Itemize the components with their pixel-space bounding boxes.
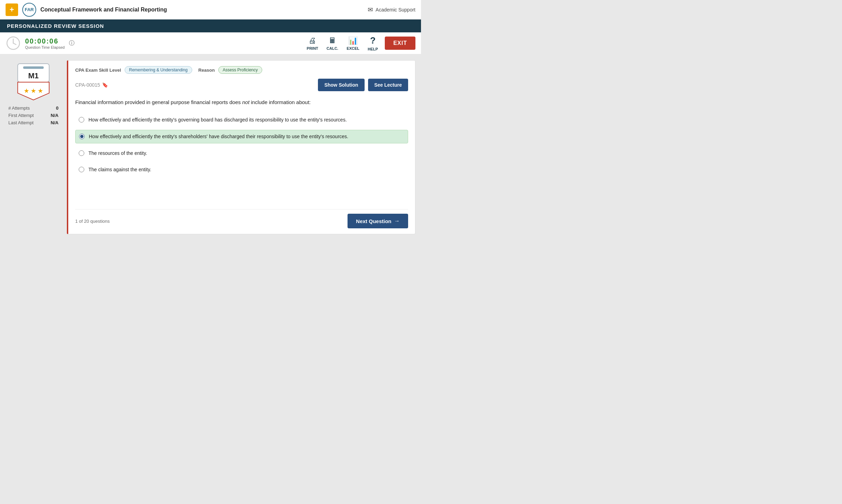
option-d-radio[interactable]	[79, 167, 84, 172]
first-attempt-row: First Attempt N/A	[8, 113, 59, 118]
option-d[interactable]: The claims against the entity.	[75, 163, 408, 176]
badge-shape: M1 ★ ★ ★	[16, 63, 51, 101]
svg-rect-4	[23, 66, 44, 69]
option-b-text: How effectively and efficiently the enti…	[89, 133, 348, 140]
option-a[interactable]: How effectively and efficiently the enti…	[75, 113, 408, 126]
help-tool[interactable]: ? HELP	[368, 35, 378, 51]
academic-support-label: Academic Support	[376, 7, 415, 13]
toolbar-icons: 🖨 PRINT 🖩 CALC. 📊 EXCEL ? HELP	[307, 35, 378, 51]
far-badge: FAR	[22, 3, 36, 17]
question-panel: CPA Exam Skill Level Remembering & Under…	[67, 60, 415, 234]
option-d-text: The claims against the entity.	[88, 166, 151, 173]
print-tool[interactable]: 🖨 PRINT	[307, 36, 318, 50]
show-solution-button[interactable]: Show Solution	[318, 79, 364, 91]
option-c[interactable]: The resources of the entity.	[75, 147, 408, 160]
sidebar: M1 ★ ★ ★ # Attempts 0 First Attempt N/A	[6, 60, 61, 127]
plus-button[interactable]: +	[6, 3, 18, 16]
option-c-text: The resources of the entity.	[88, 150, 147, 157]
timer-info-button[interactable]: ⓘ	[69, 40, 75, 47]
attempts-label: # Attempts	[8, 105, 30, 111]
option-c-radio[interactable]	[79, 150, 84, 156]
question-text: Financial information provided in genera…	[75, 98, 408, 107]
badge-container: M1 ★ ★ ★	[16, 63, 51, 101]
calc-label: CALC.	[327, 46, 338, 50]
help-label: HELP	[368, 47, 378, 51]
question-actions: CPA-00015 🔖 Show Solution See Lecture	[75, 79, 408, 91]
timer-display: 00:00:06 Question Time Elapsed	[25, 37, 65, 49]
print-icon: 🖨	[309, 36, 316, 45]
last-attempt-value: N/A	[51, 120, 59, 125]
calc-tool[interactable]: 🖩 CALC.	[327, 36, 338, 50]
help-icon: ?	[370, 35, 376, 46]
section-banner-label: PERSONALIZED REVIEW SESSION	[7, 23, 104, 29]
exit-button[interactable]: EXIT	[385, 37, 415, 50]
svg-line-2	[13, 43, 16, 45]
question-id-text: CPA-00015	[75, 82, 100, 88]
svg-text:M1: M1	[28, 71, 39, 80]
skill-level-value: Remembering & Understanding	[125, 66, 192, 74]
clock-icon	[6, 36, 21, 51]
option-a-text: How effectively and efficiently the enti…	[88, 116, 347, 124]
skill-level-label: CPA Exam Skill Level	[75, 68, 121, 73]
timer-label: Question Time Elapsed	[25, 45, 65, 49]
question-footer: 1 of 20 questions Next Question →	[75, 209, 408, 228]
academic-support-link[interactable]: ✉ Academic Support	[368, 6, 415, 14]
timer-bar: 00:00:06 Question Time Elapsed ⓘ 🖨 PRINT…	[0, 32, 421, 55]
bookmark-icon[interactable]: 🔖	[102, 82, 108, 88]
excel-tool[interactable]: 📊 EXCEL	[346, 36, 359, 50]
attempts-section: # Attempts 0 First Attempt N/A Last Atte…	[6, 105, 61, 127]
attempts-row: # Attempts 0	[8, 105, 59, 111]
question-id: CPA-00015 🔖	[75, 82, 108, 88]
svg-text:★: ★	[38, 87, 43, 94]
see-lecture-button[interactable]: See Lecture	[368, 79, 408, 91]
excel-icon: 📊	[348, 36, 358, 45]
page-title: Conceptual Framework and Financial Repor…	[40, 7, 167, 13]
reason-value: Assess Proficiency	[218, 66, 263, 74]
timer-time: 00:00:06	[25, 37, 65, 45]
first-attempt-label: First Attempt	[8, 113, 34, 118]
badge-svg: M1 ★ ★ ★	[17, 63, 50, 101]
timer-clock-container: 00:00:06 Question Time Elapsed ⓘ	[6, 36, 75, 51]
option-b-radio[interactable]	[79, 134, 85, 139]
main-content: M1 ★ ★ ★ # Attempts 0 First Attempt N/A	[0, 55, 421, 240]
svg-text:★: ★	[31, 87, 36, 94]
question-meta: CPA Exam Skill Level Remembering & Under…	[75, 66, 408, 74]
section-banner: PERSONALIZED REVIEW SESSION	[0, 19, 421, 32]
last-attempt-label: Last Attempt	[8, 120, 33, 125]
next-question-button[interactable]: Next Question →	[348, 214, 408, 228]
top-nav-left: + FAR Conceptual Framework and Financial…	[6, 3, 368, 17]
reason-label: Reason	[198, 68, 215, 73]
excel-label: EXCEL	[346, 46, 359, 50]
next-question-label: Next Question	[356, 218, 391, 224]
print-label: PRINT	[307, 46, 318, 50]
envelope-icon: ✉	[368, 6, 373, 14]
first-attempt-value: N/A	[51, 113, 59, 118]
next-arrow-icon: →	[394, 218, 400, 224]
answer-options: How effectively and efficiently the enti…	[75, 113, 408, 202]
question-counter: 1 of 20 questions	[75, 219, 110, 224]
attempts-value: 0	[56, 105, 59, 111]
option-a-radio[interactable]	[79, 117, 84, 123]
svg-text:★: ★	[24, 87, 30, 94]
calc-icon: 🖩	[329, 36, 336, 45]
option-b[interactable]: How effectively and efficiently the enti…	[75, 130, 408, 143]
action-buttons: Show Solution See Lecture	[318, 79, 408, 91]
top-nav: + FAR Conceptual Framework and Financial…	[0, 0, 421, 19]
last-attempt-row: Last Attempt N/A	[8, 120, 59, 125]
